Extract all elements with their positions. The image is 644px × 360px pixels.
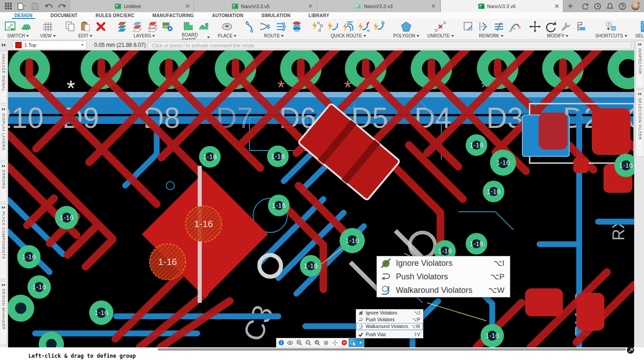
panel-tab-selection-filter[interactable]: SELECTION FILTER [635,90,644,157]
command-line-input[interactable] [148,41,631,49]
zoom-out-icon[interactable] [304,338,313,347]
layer-settings-icon[interactable] [161,20,174,33]
undo-icon[interactable] [44,2,53,11]
menu-item-push-vias[interactable]: Push Vias ⇧V [356,331,423,338]
tab-nanov33-v6[interactable]: NanoV3.3 v6 [440,0,563,12]
menu-manufacturing[interactable]: MANUFACTURING [151,13,195,18]
visibility-eye-icon[interactable] [286,338,295,347]
quick-route-multi-icon[interactable] [342,20,354,33]
menu-simulation[interactable]: SIMULATION [261,13,291,18]
menu-design[interactable]: DESIGN [14,13,33,18]
rotate-icon[interactable] [544,20,557,33]
menu-item-ignore-violators[interactable]: Ignore Violators ⌥I [377,256,510,270]
tab-untitled[interactable]: Untitled [71,0,194,12]
layers-stack-icon[interactable] [115,20,128,33]
layer-selector[interactable]: 1 Top [12,41,87,50]
route-fanout-icon[interactable] [275,20,288,33]
rework-slice-icon[interactable] [493,20,505,33]
switch-board-icon[interactable] [19,20,32,33]
menu-item-push-violators[interactable]: Push Violators ⌥P [356,316,423,323]
menu-rules-drc-erc[interactable]: RULES DRC/ERC [95,13,135,18]
copy-icon[interactable] [64,20,77,33]
close-icon[interactable] [430,3,437,10]
select-tool-icon[interactable] [640,20,644,33]
shortcuts-keys-icon[interactable] [605,20,617,33]
toolbar-group-select: SELECT [631,19,644,39]
menu-separator [356,330,423,331]
route-via-stack-icon[interactable] [290,20,303,33]
route-diff-pair-icon[interactable] [260,20,272,33]
menu-item-walkaround-violators[interactable]: Walkaround Violators ⌥W [377,283,510,297]
notification-dot [637,2,640,5]
board-outline-icon[interactable] [182,20,195,32]
user-avatar[interactable] [631,2,639,10]
board-spline-icon[interactable] [197,20,210,32]
rework-outline-icon[interactable] [462,20,475,33]
redo-icon[interactable] [58,2,67,11]
layers-single-icon[interactable] [146,20,159,33]
select-mode-dropdown[interactable] [358,338,364,347]
paste-icon[interactable] [79,20,92,33]
rework-extend-icon[interactable] [477,20,490,33]
push-violators-icon [381,271,391,282]
rework-arc-icon[interactable] [508,20,521,33]
panel-tab-display-layers[interactable]: DISPLAY LAYERS [0,105,7,160]
remove-icon[interactable] [340,338,349,347]
quick-route-partial-icon[interactable] [357,20,370,33]
quick-route-bend-icon[interactable] [327,20,339,33]
switch-schematic-icon[interactable] [4,20,17,33]
menu-automation[interactable]: AUTOMATION [211,13,245,18]
job-status-icon[interactable] [581,3,589,10]
svg-text:1-16: 1-16 [271,152,285,160]
new-tab-button[interactable] [563,0,577,12]
route-manual-icon[interactable] [245,20,257,33]
move-icon[interactable] [529,20,541,33]
panel-tab-errors[interactable]: ERRORS [0,162,7,202]
help-icon[interactable] [619,3,626,10]
place-via-icon[interactable] [221,20,233,33]
view-grid-icon[interactable] [41,20,54,33]
pcb-canvas[interactable]: 210D9D8D7D6D5D4D3D2CC3PWRTXRX**** [8,50,634,347]
menu-item-push-violators[interactable]: Push Violators ⌥P [377,270,510,283]
tab-nanov33-v5[interactable]: NanoV3.3 v5 [194,0,317,12]
file-menu-icon[interactable] [17,2,26,11]
zoom-fit-icon[interactable] [313,338,322,347]
app-grid-icon[interactable] [4,2,13,11]
zoom-in-icon[interactable] [295,338,304,347]
tab-nanov33-v3[interactable]: NanoV3.3 v3 [317,0,440,12]
save-icon[interactable] [31,2,40,11]
svg-text:1-16: 1-16 [438,247,452,255]
panel-tab-analyze-signal[interactable]: ANALYZE SIGNAL [0,51,7,104]
info-icon[interactable] [277,338,286,347]
close-icon[interactable] [307,3,314,10]
assistant-bubble-icon[interactable] [627,346,634,354]
horizontal-scrollbar[interactable] [158,348,626,351]
unroute-icon[interactable] [434,20,447,33]
quick-route-single-icon[interactable] [372,20,385,33]
panel-expand-icon[interactable] [0,43,8,47]
crosshair-icon[interactable] [331,338,340,347]
checkmark-icon [358,332,363,337]
menu-bar: DESIGN DOCUMENT RULES DRC/ERC MANUFACTUR… [0,12,644,19]
select-mode-button[interactable] [349,338,358,347]
menu-document[interactable]: DOCUMENT [50,13,78,18]
quick-route-net-icon[interactable] [311,20,324,33]
notifications-bell-icon[interactable] [607,3,613,10]
close-icon[interactable] [553,3,560,10]
menu-item-walkaround-violators[interactable]: Walkaround Violators ⌥W [356,323,423,330]
menu-item-ignore-violators[interactable]: Ignore Violators ⌥I [356,310,423,316]
tab-label: NanoV3.3 v6 [487,4,516,9]
layers-pair-icon[interactable] [131,20,143,33]
wrench-icon[interactable] [559,20,572,33]
menu-library[interactable]: LIBRARY [308,13,330,18]
grid-toggle-icon[interactable] [322,338,331,347]
panel-tab-inspector[interactable]: INSPECTOR [635,41,644,88]
history-clock-icon[interactable] [594,3,601,10]
polygon-icon[interactable] [400,20,413,33]
delete-icon[interactable] [95,20,107,33]
panel-tab-design-manager[interactable]: DESIGN MANAGER [0,281,7,345]
align-icon[interactable] [575,20,587,33]
close-icon[interactable] [184,3,191,10]
svg-text:1-16: 1-16 [203,153,217,160]
panel-tab-place-components[interactable]: PLACE COMPONENTS [0,204,7,279]
